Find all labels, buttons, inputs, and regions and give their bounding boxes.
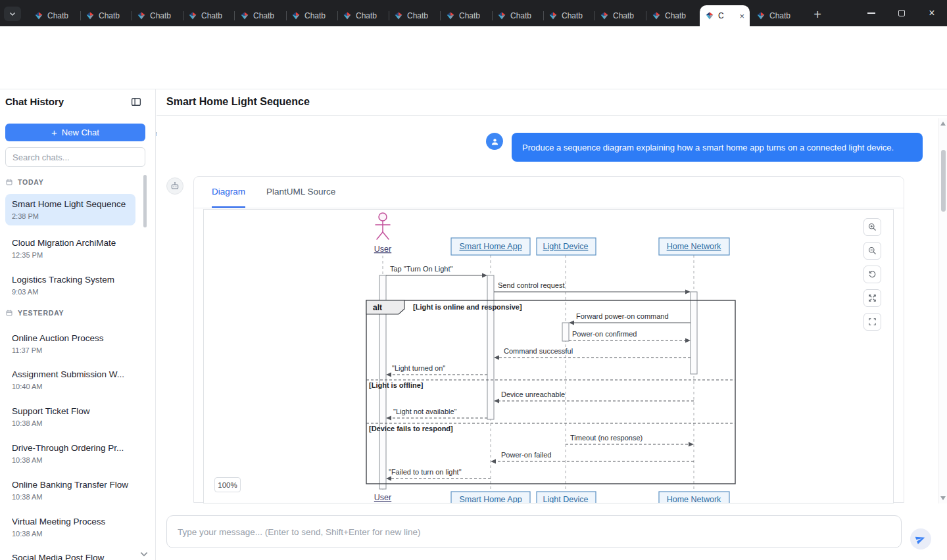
chat-history-item[interactable]: Drive-Through Ordering Pr... 10:38 AM	[5, 438, 135, 469]
tab-title: Chatb	[562, 11, 583, 20]
minimize-icon	[867, 12, 875, 14]
chat-item-title: Social Media Post Flow	[12, 553, 129, 560]
browser-tab[interactable]: Chatb	[595, 5, 646, 26]
expand-arrows-icon	[867, 293, 877, 303]
browser-tab[interactable]: Chatb	[235, 5, 287, 26]
sidebar-scroll-down-icon[interactable]	[139, 549, 149, 559]
chat-item-title: Online Auction Process	[12, 333, 129, 343]
sidebar-toggle-icon[interactable]	[130, 96, 142, 108]
chat-scrollbar[interactable]	[938, 118, 947, 503]
participant-label[interactable]: Light Device	[543, 242, 589, 251]
participant-label[interactable]: Home Network	[667, 242, 721, 251]
browser-tab-active[interactable]: C ×	[700, 5, 750, 26]
scrollbar-thumb[interactable]	[941, 150, 946, 212]
send-paper-plane-icon	[914, 532, 928, 546]
browser-tab[interactable]: Chatb	[389, 5, 441, 26]
vp-favicon-icon	[756, 11, 765, 20]
vp-favicon-icon	[85, 11, 95, 20]
search-chats-input[interactable]	[5, 147, 145, 167]
message-label: Tap "Turn On Light"	[390, 265, 453, 273]
minimize-button[interactable]	[862, 0, 881, 26]
browser-tab[interactable]: Chatb	[543, 5, 595, 26]
message-label: Power-on confirmed	[572, 330, 637, 338]
chat-history-item[interactable]: Online Auction Process 11:37 PM	[5, 328, 135, 360]
chat-history-item[interactable]: Assignment Submission W... 10:40 AM	[5, 364, 135, 396]
vp-favicon-icon	[705, 11, 714, 20]
vp-favicon-icon	[548, 11, 558, 20]
plus-icon: +	[51, 128, 57, 137]
sidebar-scrollbar-thumb[interactable]	[143, 175, 147, 227]
close-icon: ×	[929, 8, 935, 18]
chat-history-item[interactable]: Support Ticket Flow 10:38 AM	[5, 401, 135, 432]
fullscreen-corners-icon	[867, 317, 877, 327]
chat-item-title: Assignment Submission W...	[12, 369, 129, 379]
send-button[interactable]	[910, 528, 931, 549]
chat-history-item[interactable]: Social Media Post Flow	[5, 548, 135, 560]
chat-history-item-selected[interactable]: Smart Home Light Sequence 2:38 PM	[5, 194, 135, 225]
tab-close-icon[interactable]: ×	[739, 12, 744, 20]
scrollbar-down-arrow[interactable]	[940, 496, 946, 500]
fullscreen-button[interactable]	[863, 313, 881, 331]
tab-title: Chatb	[150, 11, 171, 20]
chat-history-item[interactable]: Logistics Tracking System 9:03 AM	[5, 269, 135, 301]
browser-tab[interactable]: Chatb	[132, 5, 183, 26]
vp-favicon-icon	[137, 11, 146, 20]
scrollbar-up-arrow[interactable]	[940, 122, 946, 126]
chat-item-title: Support Ticket Flow	[12, 406, 129, 416]
vp-favicon-icon	[446, 11, 455, 20]
calendar-icon	[5, 309, 13, 317]
guard-condition: [Device fails to respond]	[369, 425, 453, 432]
message-label: Timeout (no response)	[570, 434, 643, 442]
close-window-button[interactable]: ×	[923, 0, 941, 26]
message-input[interactable]	[166, 515, 902, 548]
browser-tab[interactable]: Chatb	[492, 5, 544, 26]
browser-window: { "colors": { "accent_blue": "#3e82f7", …	[0, 0, 947, 560]
participant-label[interactable]: Home Network	[667, 495, 721, 503]
sequence-diagram: alt [Light is online and responsive] [Li…	[204, 210, 893, 503]
zoom-out-button[interactable]	[863, 242, 881, 260]
guard-condition: [Light is online and responsive]	[413, 303, 522, 311]
chat-history-item[interactable]: Cloud Migration ArchiMate 12:35 PM	[5, 233, 135, 264]
actor-label-bottom[interactable]: User	[374, 493, 391, 502]
browser-tab[interactable]: Chatb	[337, 5, 389, 26]
tab-diagram[interactable]: Diagram	[212, 177, 245, 208]
fragment-operator-label: alt	[373, 303, 382, 312]
chat-history-item[interactable]: Online Banking Transfer Flow 10:38 AM	[5, 475, 135, 506]
reset-zoom-button[interactable]	[863, 266, 881, 283]
browser-tab[interactable]: Chatb	[29, 5, 81, 26]
browser-tab-strip: Chatb Chatb Chatb Chatb Chatb Chatb Chat…	[0, 0, 947, 26]
browser-tab[interactable]: Chatb	[441, 5, 493, 26]
browser-tab[interactable]: Chatb	[286, 5, 338, 26]
calendar-icon	[5, 178, 13, 186]
diagram-viewport[interactable]: alt [Light is online and responsive] [Li…	[203, 209, 894, 503]
message-label: Command successful	[504, 347, 573, 355]
zoom-in-icon	[867, 222, 877, 232]
participant-label[interactable]: Light Device	[543, 495, 589, 503]
vp-favicon-icon	[291, 11, 301, 20]
new-tab-button[interactable]: +	[808, 5, 827, 24]
new-chat-button[interactable]: +New Chat	[5, 124, 145, 141]
vp-favicon-icon	[188, 11, 197, 20]
vp-favicon-icon	[240, 11, 249, 20]
participant-label[interactable]: Smart Home App	[459, 242, 522, 251]
tab-plantuml-source[interactable]: PlantUML Source	[266, 177, 335, 208]
chat-history-sidebar: Chat History +New Chat TODAY Smart Home …	[0, 89, 156, 560]
result-tabs: Diagram PlantUML Source	[194, 177, 904, 208]
chat-history-item[interactable]: Virtual Meeting Process 10:38 AM	[5, 511, 135, 543]
main-content: Smart Home Light Sequence Produce a sequ…	[157, 89, 947, 560]
participant-label[interactable]: Smart Home App	[459, 495, 522, 503]
message-label: Power-on failed	[501, 451, 551, 459]
page-title: Smart Home Light Sequence	[166, 96, 310, 108]
browser-tab[interactable]: Chatb	[80, 5, 132, 26]
maximize-button[interactable]	[892, 0, 911, 26]
browser-tab[interactable]: Chatb	[646, 5, 698, 26]
vp-favicon-icon	[34, 11, 43, 20]
browser-tab[interactable]: Chatb	[751, 5, 803, 26]
message-label: "Failed to turn on light"	[389, 468, 462, 476]
tab-search-button[interactable]	[4, 7, 21, 21]
vp-favicon-icon	[343, 11, 352, 20]
browser-tab[interactable]: Chatb	[183, 5, 235, 26]
actor-label[interactable]: User	[374, 245, 391, 254]
expand-button[interactable]	[863, 289, 881, 307]
zoom-in-button[interactable]	[863, 218, 881, 236]
